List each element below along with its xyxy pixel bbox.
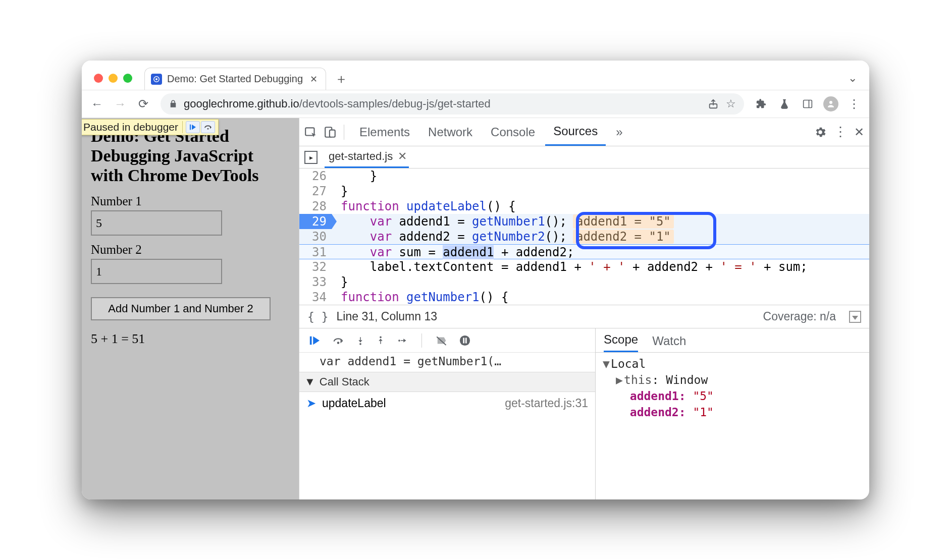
profile-button[interactable] xyxy=(821,94,841,114)
device-toggle-icon[interactable] xyxy=(324,126,337,139)
add-button[interactable]: Add Number 1 and Number 2 xyxy=(91,297,271,320)
scope-local-header[interactable]: ▼Local xyxy=(603,356,862,372)
svg-rect-11 xyxy=(310,336,312,345)
stack-frame[interactable]: ➤ updateLabel get-started.js:31 xyxy=(299,392,595,414)
call-stack-title: Call Stack xyxy=(320,375,369,388)
number1-input[interactable] xyxy=(91,210,222,236)
line-number[interactable]: 34 xyxy=(299,290,332,305)
svg-point-14 xyxy=(380,336,382,338)
paused-snippet: var addend1 = getNumber1(… xyxy=(299,353,595,372)
line-number[interactable]: 27 xyxy=(299,184,332,199)
maximize-window-button[interactable] xyxy=(123,74,132,83)
step-out-icon[interactable] xyxy=(376,335,385,346)
address-bar[interactable]: googlechrome.github.io/devtools-samples/… xyxy=(161,93,744,115)
inline-value: addend1 = "5" xyxy=(573,214,674,229)
tab-console[interactable]: Console xyxy=(483,118,543,146)
tab-network[interactable]: Network xyxy=(420,118,481,146)
browser-tab[interactable]: Demo: Get Started Debugging ✕ xyxy=(144,68,326,90)
new-tab-button[interactable]: ＋ xyxy=(331,69,351,89)
code-line: } xyxy=(332,184,869,199)
line-number[interactable]: 28 xyxy=(299,199,332,214)
tab-title: Demo: Get Started Debugging xyxy=(167,73,303,85)
step-icon[interactable] xyxy=(396,336,408,345)
deactivate-breakpoints-icon[interactable] xyxy=(435,335,448,346)
svg-rect-10 xyxy=(330,130,335,137)
line-number[interactable]: 32 xyxy=(299,259,332,274)
stack-frame-location: get-started.js:31 xyxy=(505,397,588,410)
tab-sources[interactable]: Sources xyxy=(545,118,606,146)
call-stack-header[interactable]: ▼Call Stack xyxy=(299,372,595,392)
code-line: label.textContent = addend1 + ' + ' + ad… xyxy=(332,259,869,274)
settings-icon[interactable] xyxy=(814,126,827,139)
editor-statusbar: { } Line 31, Column 13 Coverage: n/a xyxy=(299,305,869,328)
badge-step-over-icon[interactable] xyxy=(201,121,215,133)
svg-point-5 xyxy=(829,101,832,104)
close-window-button[interactable] xyxy=(94,74,103,83)
coverage-toggle-icon[interactable] xyxy=(849,311,861,323)
url-text: googlechrome.github.io/devtools-samples/… xyxy=(184,97,491,110)
extensions-icon[interactable] xyxy=(751,94,771,114)
stack-frame-function: updateLabel xyxy=(322,397,386,410)
code-editor[interactable]: 26 } 27} 28function updateLabel() { 29 v… xyxy=(299,169,869,305)
forward-button[interactable]: → xyxy=(110,94,130,114)
scope-watch-tabs: Scope Watch xyxy=(596,328,869,353)
labs-icon[interactable] xyxy=(774,94,795,114)
browser-window: Demo: Get Started Debugging ✕ ＋ ⌄ ← → ⟳ … xyxy=(82,61,869,499)
code-line-current: var sum = addend1 + addend2; xyxy=(332,245,869,260)
number1-label: Number 1 xyxy=(91,194,290,208)
coverage-status: Coverage: n/a xyxy=(763,310,836,323)
tab-scope[interactable]: Scope xyxy=(604,332,638,352)
devtools-tabbar: Elements Network Console Sources » ⋮ ✕ xyxy=(299,118,869,146)
svg-point-13 xyxy=(359,343,361,345)
lock-icon xyxy=(169,99,178,109)
step-over-icon[interactable] xyxy=(332,335,345,346)
favicon-icon xyxy=(151,74,162,85)
line-number[interactable]: 26 xyxy=(299,169,332,184)
reload-button[interactable]: ⟳ xyxy=(133,94,153,114)
paused-in-debugger-badge: Paused in debugger xyxy=(82,119,219,135)
file-tab[interactable]: get-started.js ✕ xyxy=(325,146,409,168)
tab-overflow-icon[interactable]: ⌄ xyxy=(848,72,857,85)
tab-close-icon[interactable]: ✕ xyxy=(310,74,318,85)
pretty-print-icon[interactable]: { } xyxy=(307,310,329,323)
svg-point-1 xyxy=(155,78,157,80)
code-line: function updateLabel() { xyxy=(332,199,869,214)
scope-variable-row[interactable]: addend1: "5" xyxy=(603,388,862,404)
code-line: var addend2 = getNumber2();addend2 = "1" xyxy=(332,229,869,244)
line-number[interactable]: 30 xyxy=(299,229,332,244)
file-tabbar: ▸ get-started.js ✕ xyxy=(299,146,869,169)
inspect-element-icon[interactable] xyxy=(304,126,318,139)
tab-elements[interactable]: Elements xyxy=(351,118,418,146)
step-into-icon[interactable] xyxy=(356,335,365,346)
line-number[interactable]: 31 xyxy=(299,245,332,260)
tab-watch[interactable]: Watch xyxy=(652,334,686,352)
file-tab-close-icon[interactable]: ✕ xyxy=(398,150,407,163)
code-line: function getNumber1() { xyxy=(332,290,869,305)
back-button[interactable]: ← xyxy=(87,94,107,114)
code-line: } xyxy=(332,169,869,184)
breakpoint-line-number[interactable]: 29 xyxy=(299,214,332,229)
side-panel-icon[interactable] xyxy=(798,94,818,114)
pause-on-exceptions-icon[interactable] xyxy=(459,335,470,346)
svg-rect-6 xyxy=(190,125,191,130)
cursor-position: Line 31, Column 13 xyxy=(337,310,437,323)
devtools-close-icon[interactable]: ✕ xyxy=(854,125,864,139)
badge-resume-icon[interactable] xyxy=(186,121,200,133)
debugger-right-pane: Scope Watch ▼Local ▶this: Window addend1… xyxy=(596,328,869,499)
inline-value: addend2 = "1" xyxy=(573,230,674,244)
scope-this-row[interactable]: ▶this: Window xyxy=(603,372,862,388)
line-number[interactable]: 33 xyxy=(299,274,332,290)
devtools-menu-icon[interactable]: ⋮ xyxy=(834,124,847,140)
menu-icon[interactable]: ⋮ xyxy=(844,94,864,114)
resume-icon[interactable] xyxy=(308,335,321,346)
navigator-toggle-icon[interactable]: ▸ xyxy=(304,151,318,164)
minimize-window-button[interactable] xyxy=(109,74,118,83)
number2-input[interactable] xyxy=(91,259,222,284)
code-line: } xyxy=(332,274,869,290)
scope-variable-row[interactable]: addend2: "1" xyxy=(603,404,862,420)
bookmark-icon[interactable]: ☆ xyxy=(726,97,736,110)
scope-variables: ▼Local ▶this: Window addend1: "5" addend… xyxy=(596,353,869,423)
tab-more[interactable]: » xyxy=(608,118,630,146)
share-icon[interactable] xyxy=(708,98,719,109)
url-host: googlechrome.github.io xyxy=(184,97,299,110)
